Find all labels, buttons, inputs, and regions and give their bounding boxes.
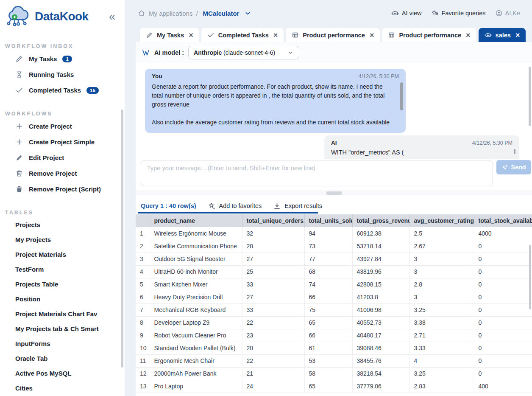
column-header-avg-customer-rating[interactable]: avg_customer_rating xyxy=(409,214,474,227)
sidebar-item-create-project[interactable]: Create Project xyxy=(0,118,125,134)
ai-model-provider: Anthropic xyxy=(194,49,222,56)
message-timestamp: 4/12/26, 5:30 PM xyxy=(472,140,513,146)
ai-model-icon xyxy=(142,48,150,57)
sidebar-item-project-materials[interactable]: Project Materials xyxy=(0,247,125,262)
content-panel: AI model : Anthropic (claude-sonnet-4-6)… xyxy=(136,42,532,396)
tab-completed-tasks[interactable]: Completed Tasks× xyxy=(201,28,284,42)
sidebar-item-running-tasks[interactable]: Running Tasks xyxy=(0,67,125,82)
bubble-scrollbar[interactable] xyxy=(514,149,515,154)
table-cell: 40480.17 xyxy=(352,329,409,342)
sidebar-item-create-project-simple[interactable]: Create Project Simple xyxy=(0,134,125,150)
tab-close-icon[interactable]: × xyxy=(189,32,193,38)
table-cell: 400 xyxy=(474,380,532,393)
sidebar-item-projects[interactable]: Projects xyxy=(0,217,125,232)
table-cell: 3.25 xyxy=(409,367,474,380)
tab-my-tasks[interactable]: My Tasks× xyxy=(140,28,199,42)
table-cell: 22 xyxy=(242,316,304,329)
sidebar-item-projects-table[interactable]: Projects Table xyxy=(0,277,125,292)
logo-row: DataKook « xyxy=(0,0,125,31)
table-cell: Smart Kitchen Mixer xyxy=(150,278,242,291)
user-message-bubble: You 4/12/26, 5:30 PM Generate a report f… xyxy=(145,69,406,133)
table-cell: 0 xyxy=(474,342,532,354)
row-number: 9 xyxy=(136,329,150,342)
sidebar-item-active-pos-mysql[interactable]: Active Pos MySQL xyxy=(0,366,125,381)
message-sender: You xyxy=(152,73,162,79)
sidebar-item-completed-tasks[interactable]: Completed Tasks15 xyxy=(0,82,125,98)
send-button[interactable]: Send xyxy=(496,160,531,174)
tab-product-performance[interactable]: Product performance× xyxy=(286,28,380,42)
query-result-tab[interactable]: Query 1 : 40 row(s) xyxy=(141,202,196,209)
chevron-down-icon[interactable] xyxy=(244,10,251,17)
table-cell: 65 xyxy=(304,380,352,393)
sidebar-item-label: My Projects tab & Ch Smart xyxy=(15,325,99,332)
add-to-favorites-button[interactable]: Add to favorites xyxy=(208,202,262,210)
bubble-scrollbar[interactable] xyxy=(400,82,403,110)
export-results-button[interactable]: Export results xyxy=(273,202,322,210)
table-scrollbar[interactable] xyxy=(529,245,531,309)
pencil-filled-icon xyxy=(15,154,23,162)
sidebar-collapse-button[interactable]: « xyxy=(106,11,119,22)
sidebar-item-my-projects[interactable]: My Projects xyxy=(0,232,125,247)
table-cell: 53718.14 xyxy=(352,240,409,253)
table-cell: 2.5 xyxy=(409,227,474,240)
add-to-favorites-label: Add to favorites xyxy=(219,202,262,209)
sidebar-item-remove-project[interactable]: Remove Project xyxy=(0,166,125,181)
sidebar-item-project-materials-chart-fav[interactable]: Project Materials Chart Fav xyxy=(0,306,125,321)
sidebar-item-edit-project[interactable]: Edit Project xyxy=(0,150,125,166)
table-row: 13Pro Laptop246537779.062.83400 xyxy=(136,380,532,393)
tab-sales[interactable]: sales× xyxy=(479,28,526,42)
column-header-product-name[interactable]: product_name xyxy=(150,214,242,227)
section-title-tables: TABLES xyxy=(5,210,125,216)
column-header-total-gross-revenue[interactable]: total_gross_revenue xyxy=(352,214,409,227)
tab-close-icon[interactable]: × xyxy=(370,32,374,38)
breadcrumb-current[interactable]: MCalculator xyxy=(203,10,240,17)
column-header-total-unique-orders[interactable]: total_unique_orders xyxy=(242,214,304,227)
home-icon[interactable] xyxy=(138,9,145,17)
sidebar-item-my-tasks[interactable]: My Tasks1 xyxy=(0,51,125,67)
row-number: 11 xyxy=(136,354,150,367)
sidebar-item-oracle-tab[interactable]: Oracle Tab xyxy=(0,351,125,366)
table-cell: 3.33 xyxy=(409,342,474,354)
table-cell: 53 xyxy=(304,354,352,367)
table-cell: 33 xyxy=(242,278,304,291)
tab-close-icon[interactable]: × xyxy=(515,32,520,38)
column-header-total-units-sold[interactable]: total_units_sold xyxy=(304,214,352,227)
table-cell: Outdoor 5G Signal Booster xyxy=(150,253,242,265)
favorite-queries-button[interactable]: Favorite queries xyxy=(431,9,486,17)
sidebar-item-my-projects-tab-ch-smart[interactable]: My Projects tab & Ch Smart xyxy=(0,321,125,336)
user-menu[interactable]: AI,Ke xyxy=(495,9,520,17)
sidebar-item-remove-project-script[interactable]: Remove Project (Script) xyxy=(0,181,125,197)
breadcrumb-root[interactable]: My applications xyxy=(149,10,192,17)
splitter-handle[interactable] xyxy=(326,191,342,195)
row-number: 8 xyxy=(136,316,150,329)
sidebar-item-label: Running Tasks xyxy=(29,71,74,78)
favorite-queries-label: Favorite queries xyxy=(442,10,486,17)
table-cell: Mechanical RGB Keyboard xyxy=(150,303,242,316)
table-cell: 38218.54 xyxy=(352,367,409,380)
table-cell: 94 xyxy=(304,227,352,240)
table-cell: 37779.06 xyxy=(352,380,409,393)
sidebar-item-position[interactable]: Position xyxy=(0,292,125,306)
sidebar-item-inputforms[interactable]: InputForms xyxy=(0,336,125,351)
grid-icon xyxy=(388,31,395,39)
column-header-total-stock-available[interactable]: total_stock_available xyxy=(474,214,532,227)
star-plus-icon xyxy=(208,202,216,210)
sidebar-item-testform[interactable]: TestForm xyxy=(0,262,125,277)
tab-close-icon[interactable]: × xyxy=(466,32,471,38)
message-input[interactable] xyxy=(141,160,493,186)
chat-scrollbar[interactable] xyxy=(529,67,531,126)
sidebar-scrollbar[interactable] xyxy=(121,110,123,368)
table-cell: 0 xyxy=(474,303,532,316)
row-number-header xyxy=(136,214,150,227)
sidebar-item-cities[interactable]: Cities xyxy=(0,381,125,396)
table-row: 10Standard Wooden Pallet (Bulk)206139088… xyxy=(136,342,532,354)
table-cell: 24 xyxy=(242,380,304,393)
table-cell: 41203.8 xyxy=(352,291,409,303)
tab-product-performance[interactable]: Product performance× xyxy=(382,28,476,42)
trash-filled-icon xyxy=(15,185,23,193)
ai-model-select[interactable]: Anthropic (claude-sonnet-4-6) xyxy=(188,46,299,59)
chat-history: You 4/12/26, 5:30 PM Generate a report f… xyxy=(136,63,532,159)
tab-close-icon[interactable]: × xyxy=(273,32,278,38)
ai-view-button[interactable]: AI view xyxy=(391,9,422,17)
send-label: Send xyxy=(511,164,526,171)
